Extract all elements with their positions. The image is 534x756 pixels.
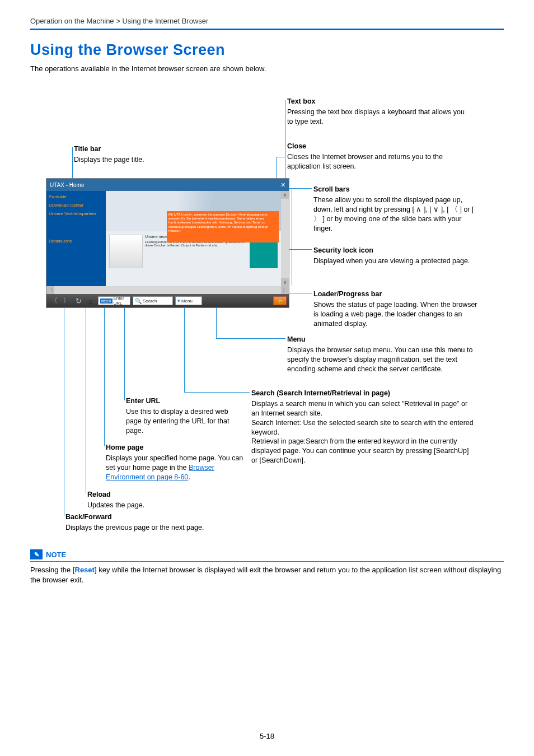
reload-button[interactable]: ↻ (73, 296, 83, 306)
close-icon[interactable]: × (281, 180, 285, 189)
divider (30, 29, 504, 30)
search-field[interactable]: 🔍 Search (133, 296, 173, 305)
label-home: Home page Displays your specified home p… (106, 443, 251, 482)
page-title: Using the Browser Screen (30, 41, 504, 59)
browser-content: Mit UTAX print+, unserem innovativen Dru… (106, 191, 281, 286)
scroll-down-icon[interactable]: ∨ (281, 278, 289, 286)
printer-image (109, 235, 143, 268)
scroll-left-icon[interactable]: 〈 (46, 286, 54, 294)
note-icon: ✎ (30, 549, 43, 559)
url-field[interactable]: http:// Enter URL (98, 296, 130, 305)
note-box: ✎ NOTE Pressing the [Reset] key while th… (30, 549, 504, 585)
intro-text: The operations available in the Internet… (30, 64, 504, 73)
home-button[interactable]: ⌂ (86, 296, 96, 306)
sidebar-item[interactable]: Produkte (49, 194, 104, 199)
http-badge: http:// (100, 298, 113, 304)
label-security: Security lock icon Displayed when you ar… (313, 246, 481, 266)
breadcrumb: Operation on the Machine > Using the Int… (30, 17, 504, 25)
label-close: Close Closes the Internet browser and re… (287, 142, 477, 171)
menu-icon: ▾ (177, 298, 180, 304)
label-enter-url: Enter URL Use this to display a desired … (126, 396, 243, 436)
browser-mock: UTAX - Home × Produkte Download-Center U… (46, 178, 289, 308)
label-textbox: Text box Pressing the text box displays … (287, 97, 472, 127)
vertical-scrollbar[interactable]: ∧ ∨ (281, 191, 289, 286)
loader-indicator: 🔒 (273, 296, 287, 305)
reset-key: Reset (75, 566, 95, 574)
label-search: Search (Search Internet/Retrieval in pag… (251, 389, 475, 465)
label-reload: Reload Updates the page. (87, 490, 227, 510)
label-backforward: Back/Forward Displays the previous page … (65, 512, 205, 533)
label-titlebar: Title bar Displays the page title. (74, 144, 186, 165)
scroll-right-icon[interactable]: 〉 (281, 286, 289, 294)
scroll-up-icon[interactable]: ∧ (281, 191, 289, 199)
search-icon: 🔍 (135, 298, 142, 304)
note-title: NOTE (46, 550, 66, 559)
horizontal-scrollbar[interactable]: 〈 〉 (46, 286, 289, 294)
label-menu: Menu Displays the browser setup menu. Yo… (287, 335, 477, 374)
back-button[interactable]: 〈 (49, 296, 59, 306)
note-body: Pressing the [Reset] key while the Inter… (30, 565, 504, 585)
annotated-diagram: Text box Pressing the text box displays … (30, 87, 504, 546)
label-loader: Loader/Progress bar Shows the status of … (313, 290, 481, 329)
browser-page-title: UTAX - Home (50, 182, 85, 188)
lock-icon: 🔒 (277, 298, 283, 304)
sidebar-item[interactable]: Detailsuche (49, 239, 104, 244)
sidebar-item[interactable]: Unsere Vertriebspartner (49, 211, 104, 216)
label-scrollbars: Scroll bars These allow you to scroll th… (313, 185, 481, 233)
browser-toolbar: 〈 〉 ↻ ⌂ http:// Enter URL 🔍 Search ▾ Men… (46, 294, 289, 307)
page-number: 5-18 (0, 732, 534, 740)
browser-title-bar: UTAX - Home × (46, 179, 289, 191)
browser-sidebar: Produkte Download-Center Unsere Vertrieb… (46, 191, 106, 286)
menu-button[interactable]: ▾ Menu (175, 296, 202, 305)
promo-box: Mit UTAX print+, unserem innovativen Dru… (167, 211, 279, 242)
forward-button[interactable]: 〉 (61, 296, 71, 306)
sidebar-item[interactable]: Download-Center (49, 203, 104, 208)
